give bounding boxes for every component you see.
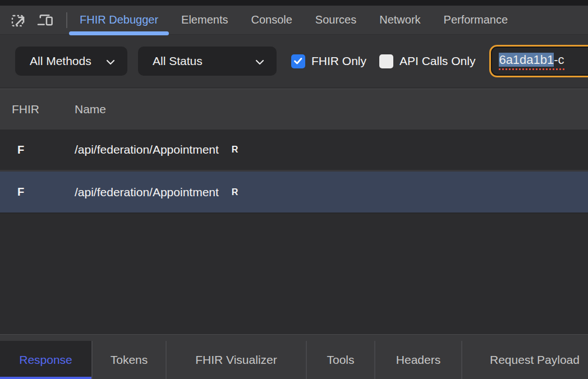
tab-sources[interactable]: Sources: [315, 6, 356, 34]
fhir-only-checkbox[interactable]: [291, 54, 305, 68]
search-input[interactable]: 6a1da1b1-c: [489, 45, 588, 77]
tab-tools[interactable]: Tools: [307, 341, 375, 379]
status-dropdown-value: All Status: [153, 54, 203, 68]
methods-dropdown-value: All Methods: [30, 54, 91, 68]
window-top-strip: [0, 0, 588, 6]
column-header-name: Name: [75, 103, 106, 116]
column-header-fhir: FHIR: [0, 103, 75, 116]
chevron-down-icon: [255, 54, 264, 68]
search-selected-text: 6a1da1b1: [499, 53, 554, 67]
tab-headers[interactable]: Headers: [375, 341, 462, 379]
tab-tokens[interactable]: Tokens: [93, 341, 167, 379]
request-type-badge: R: [232, 145, 238, 155]
tab-console[interactable]: Console: [251, 6, 292, 34]
tab-fhir-debugger[interactable]: FHIR Debugger: [80, 6, 158, 34]
api-calls-only-checkbox-group[interactable]: API Calls Only: [379, 54, 475, 68]
chevron-down-icon: [106, 54, 115, 68]
methods-dropdown[interactable]: All Methods: [15, 47, 127, 76]
tab-network[interactable]: Network: [379, 6, 420, 34]
toolbar-separator: [66, 12, 67, 28]
detail-tabbar: Response Tokens FHIR Visualizer Tools He…: [0, 334, 588, 379]
tab-performance[interactable]: Performance: [444, 6, 508, 34]
request-row[interactable]: F /api/federation/Appointment R: [0, 130, 588, 172]
fhir-debugger-devtools-panel: FHIR Debugger Elements Console Sources N…: [0, 0, 588, 379]
tab-fhir-visualizer[interactable]: FHIR Visualizer: [167, 341, 307, 379]
api-calls-only-checkbox[interactable]: [379, 54, 393, 68]
request-name: /api/federation/Appointment: [75, 143, 219, 156]
request-name: /api/federation/Appointment: [75, 186, 219, 199]
fhir-badge: F: [0, 144, 75, 156]
fhir-only-label: FHIR Only: [311, 54, 366, 68]
api-calls-only-label: API Calls Only: [399, 54, 475, 68]
search-trailing-text: -c: [554, 53, 564, 67]
devtools-tabbar: FHIR Debugger Elements Console Sources N…: [0, 6, 588, 35]
tab-request-payload[interactable]: Request Payload: [462, 341, 588, 379]
fhir-only-checkbox-group[interactable]: FHIR Only: [291, 54, 366, 68]
inspect-element-icon[interactable]: [10, 12, 27, 29]
tab-elements[interactable]: Elements: [181, 6, 228, 34]
device-toolbar-icon[interactable]: [37, 12, 54, 29]
filter-bar: All Methods All Status FHIR Only API Cal…: [0, 35, 588, 89]
request-type-badge: R: [232, 187, 238, 197]
search-input-text: 6a1da1b1-c: [499, 52, 564, 70]
request-list-empty-area: [0, 214, 588, 334]
tab-response[interactable]: Response: [0, 341, 93, 379]
status-dropdown[interactable]: All Status: [138, 47, 277, 76]
request-table-header: FHIR Name: [0, 89, 588, 130]
request-row-selected[interactable]: F /api/federation/Appointment R: [0, 172, 588, 214]
fhir-badge: F: [0, 186, 75, 198]
